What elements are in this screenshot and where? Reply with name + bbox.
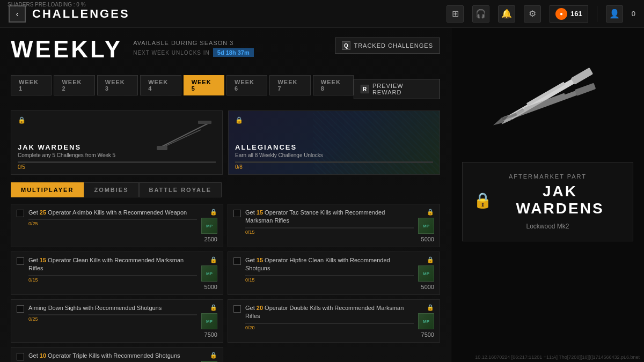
player-icon[interactable]: 👤 [606, 5, 623, 23]
gear-icon[interactable]: ⚙ [524, 5, 541, 23]
next-week-unlock: NEXT WEEK UNLOCKS IN 5d 18h 37m [133, 48, 254, 57]
top-bar-right: ⊞ 🎧 🔔 ⚙ ● 161 👤 0 [447, 5, 635, 23]
challenge-progress-bar-6 [245, 323, 414, 324]
challenge-item-7: Get 10 Operator Triple Kills with Recomm… [11, 347, 223, 362]
challenge-item-2: Get 15 Operator Tac Stance Kills with Re… [228, 204, 440, 247]
week-tab-1[interactable]: WEEK 1 [11, 75, 52, 95]
challenge-points-1: 2500 [204, 236, 217, 242]
reward-cards: 🔒 JAK WARDENS Complete any 5 Challenges … [11, 110, 440, 175]
bell-icon[interactable]: 🔔 [498, 5, 515, 23]
highlight: 10 [40, 352, 46, 359]
challenge-item-4: Get 15 Operator Hipfire Clean Kills with… [228, 252, 440, 295]
page-title: CHALLENGES [32, 7, 130, 21]
currency-icon: ● [555, 8, 567, 20]
top-bar-left: ‹ CHALLENGES [9, 5, 130, 23]
week-tab-7[interactable]: WEEK 7 [269, 75, 310, 95]
challenge-right-7: 🔒 MP 10000 [201, 352, 217, 362]
mode-tabs: MULTIPLAYER ZOMBIES BATTLE ROYALE [11, 182, 440, 197]
highlight: 15 [257, 257, 263, 263]
challenge-info-7: Get 10 Operator Triple Kills with Recomm… [28, 352, 196, 362]
highlight: 20 [257, 305, 263, 311]
challenge-checkbox-5[interactable] [17, 305, 24, 313]
week-tab-3[interactable]: WEEK 3 [97, 75, 138, 95]
preview-key: R [361, 85, 369, 93]
challenge-lock-1: 🔒 [210, 209, 217, 216]
challenge-item-1: Get 25 Operator Akimbo Kills with a Reco… [11, 204, 223, 247]
challenge-info-5: Aiming Down Sights with Recommended Shot… [28, 304, 197, 322]
challenge-right-3: 🔒 MP 5000 [201, 256, 217, 290]
unlock-timer: 5d 18h 37m [213, 48, 254, 57]
challenge-text-4: Get 15 Operator Hipfire Clean Kills with… [245, 256, 414, 273]
left-panel: WEEKLY AVAILABLE DURING SEASON 3 NEXT WE… [0, 28, 451, 362]
preview-reward-button[interactable]: R PREVIEW REWARD [354, 79, 440, 99]
challenge-text-5: Aiming Down Sights with Recommended Shot… [28, 304, 197, 312]
challenge-text-2: Get 15 Operator Tac Stance Kills with Re… [245, 209, 414, 225]
week-tab-2[interactable]: WEEK 2 [54, 75, 94, 95]
week-tab-6[interactable]: WEEK 6 [226, 75, 267, 95]
challenge-checkbox-7[interactable] [17, 353, 24, 360]
highlight: 15 [257, 209, 263, 216]
challenge-info-2: Get 15 Operator Tac Stance Kills with Re… [245, 209, 414, 235]
svg-rect-2 [157, 146, 167, 150]
weapon-svg [473, 49, 623, 146]
challenge-points-6: 7500 [421, 331, 434, 338]
weekly-title: WEEKLY [11, 38, 122, 61]
challenge-checkbox-2[interactable] [233, 210, 241, 217]
challenge-lock-7: 🔒 [210, 352, 217, 359]
week-tab-8[interactable]: WEEK 8 [313, 75, 354, 95]
lock-icon: 🔒 [18, 116, 26, 124]
challenge-checkbox-4[interactable] [233, 257, 241, 265]
preview-reward-label: PREVIEW REWARD [372, 83, 433, 95]
mode-tab-multiplayer[interactable]: MULTIPLAYER [11, 182, 84, 197]
weapon-info-box: AFTERMARKET PART 🔒 JAK WARDENS Lockwood … [462, 162, 633, 241]
tracked-key: Q [342, 41, 350, 50]
weapon-preview [467, 39, 628, 157]
main-content: WEEKLY AVAILABLE DURING SEASON 3 NEXT WE… [0, 28, 644, 362]
challenge-text-6: Get 20 Operator Double Kills with Recomm… [245, 304, 414, 321]
challenge-right-2: 🔒 MP 5000 [418, 209, 434, 242]
challenge-right-6: 🔒 MP 7500 [418, 304, 434, 338]
currency2-amount: 0 [632, 10, 635, 18]
svg-rect-3 [198, 121, 211, 124]
tracked-challenges-button[interactable]: Q TRACKED CHALLENGES [335, 38, 440, 54]
headphones-icon[interactable]: 🎧 [472, 5, 489, 23]
mode-tab-zombies[interactable]: ZOMBIES [84, 182, 138, 197]
challenge-points-3: 5000 [204, 284, 217, 290]
debug-text: 10.12.16070224 [06:217:11201 +11:A] Tho[… [475, 354, 640, 360]
week-tab-4[interactable]: WEEK 4 [140, 75, 181, 95]
svg-rect-5 [570, 68, 593, 85]
separator [597, 6, 597, 22]
challenge-progress-bar-4 [245, 275, 414, 276]
grid-icon[interactable]: ⊞ [447, 5, 464, 23]
xp-icon-5: MP [201, 313, 217, 329]
reward-card-allegiances: 🔒 ALLEGIANCES Earn all 8 Weekly Challeng… [228, 110, 440, 175]
challenge-right-1: 🔒 MP 2500 [201, 209, 217, 242]
week-tabs: WEEK 1 WEEK 2 WEEK 3 WEEK 4 WEEK 5 WEEK … [11, 75, 354, 95]
xp-icon-3: MP [201, 265, 217, 282]
challenge-text-1: Get 25 Operator Akimbo Kills with a Reco… [28, 209, 197, 217]
reward-card-jak-wardens: 🔒 JAK WARDENS Complete any 5 Challenges … [11, 110, 223, 175]
challenge-checkbox-3[interactable] [17, 257, 24, 265]
back-button[interactable]: ‹ [9, 5, 26, 23]
currency-badge: ● 161 [550, 5, 588, 23]
challenge-item-6: Get 20 Operator Double Kills with Recomm… [228, 299, 440, 343]
jak-wardens-weapon-image [152, 116, 217, 154]
challenge-progress-bar-2 [245, 227, 414, 228]
challenge-checkbox-1[interactable] [17, 210, 24, 217]
challenge-info-1: Get 25 Operator Akimbo Kills with a Reco… [28, 209, 197, 226]
challenge-points-4: 5000 [421, 284, 434, 290]
challenge-lock-5: 🔒 [210, 304, 217, 311]
weapon-sub: Lockwood Mk2 [473, 223, 622, 230]
next-week-label: NEXT WEEK UNLOCKS IN [133, 50, 210, 56]
challenge-progress-bar-5 [28, 314, 197, 315]
week-tab-5[interactable]: WEEK 5 [184, 75, 224, 95]
challenge-progress-bar-1 [28, 219, 197, 220]
challenge-info-6: Get 20 Operator Double Kills with Recomm… [245, 304, 414, 330]
reward-jak-wardens-progress-bar [18, 161, 216, 163]
mode-tab-battle-royale[interactable]: BATTLE ROYALE [139, 182, 222, 197]
week-tabs-row: WEEK 1 WEEK 2 WEEK 3 WEEK 4 WEEK 5 WEEK … [11, 75, 440, 103]
challenge-points-2: 5000 [421, 236, 434, 242]
challenge-checkbox-6[interactable] [233, 305, 241, 313]
svg-marker-13 [492, 117, 503, 126]
lock-icon-2: 🔒 [235, 116, 243, 124]
